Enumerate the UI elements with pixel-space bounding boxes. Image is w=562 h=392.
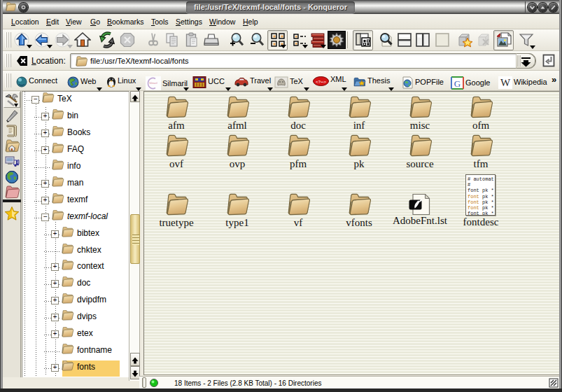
svg-text:Silmaril: Silmaril xyxy=(149,82,157,85)
svg-text:<?••>: <?••> xyxy=(316,80,326,84)
svg-text:W: W xyxy=(500,77,511,88)
svg-text:G: G xyxy=(454,78,461,89)
